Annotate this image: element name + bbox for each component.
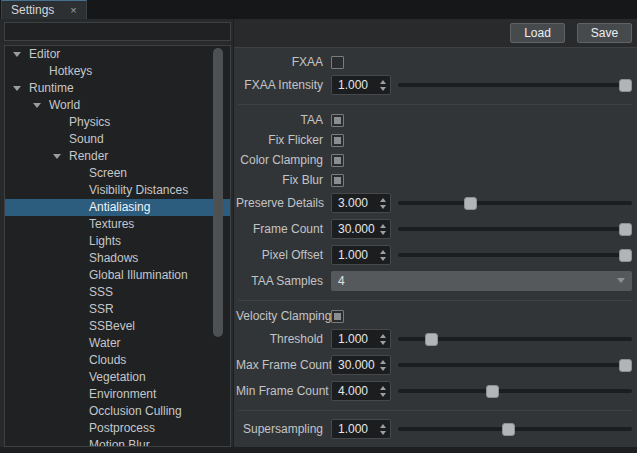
threshold-spinbox[interactable]: 1.000 <box>331 329 391 349</box>
color-clamping-checkbox[interactable] <box>331 154 344 167</box>
sidebar-item-runtime[interactable]: Runtime <box>5 80 230 97</box>
spin-up-icon[interactable] <box>380 334 386 338</box>
sidebar-item-editor[interactable]: Editor <box>5 46 230 63</box>
save-button[interactable]: Save <box>577 23 632 43</box>
slider-handle[interactable] <box>425 333 438 346</box>
fxaa-intensity-slider[interactable] <box>398 79 632 92</box>
slider-track[interactable] <box>398 201 632 205</box>
fix-flicker-checkbox[interactable] <box>331 134 344 147</box>
min-frame-count-spinbox[interactable]: 4.000 <box>331 381 391 401</box>
sidebar-item-render[interactable]: Render <box>5 148 230 165</box>
tree-item-label: Postprocess <box>89 421 155 435</box>
slider-handle[interactable] <box>502 423 515 436</box>
slider-track[interactable] <box>398 363 632 367</box>
spin-down-icon[interactable] <box>380 231 386 235</box>
sidebar-item-shadows[interactable]: Shadows <box>5 250 230 267</box>
slider-track[interactable] <box>398 427 632 431</box>
slider-track[interactable] <box>398 253 632 257</box>
slider-handle[interactable] <box>486 385 499 398</box>
chevron-down-icon[interactable] <box>13 86 21 91</box>
setting-label: Min Frame Count <box>236 384 323 398</box>
spin-up-icon[interactable] <box>380 198 386 202</box>
sidebar-item-motion-blur[interactable]: Motion Blur <box>5 437 230 447</box>
supersampling-slider[interactable] <box>398 423 632 436</box>
setting-row-threshold: Threshold1.000 <box>234 326 637 352</box>
frame-count-slider[interactable] <box>398 223 632 236</box>
spin-down-icon[interactable] <box>380 341 386 345</box>
dropdown-selected-value: 4 <box>338 274 345 288</box>
tree-item-label: Lights <box>89 234 121 248</box>
tree-scrollbar[interactable] <box>213 48 223 337</box>
slider-handle[interactable] <box>619 359 632 372</box>
spin-down-icon[interactable] <box>380 393 386 397</box>
chevron-down-icon[interactable] <box>53 154 61 159</box>
fxaa-intensity-spinbox[interactable]: 1.000 <box>331 75 391 95</box>
spin-down-icon[interactable] <box>380 87 386 91</box>
max-frame-count-slider[interactable] <box>398 359 632 372</box>
spin-down-icon[interactable] <box>380 431 386 435</box>
setting-label: Frame Count <box>236 222 323 236</box>
spin-down-icon[interactable] <box>380 205 386 209</box>
sidebar-item-lights[interactable]: Lights <box>5 233 230 250</box>
sidebar-item-vegetation[interactable]: Vegetation <box>5 369 230 386</box>
sidebar-item-world[interactable]: World <box>5 97 230 114</box>
settings-window: Settings × EditorHotkeysRuntimeWorldPhys… <box>0 0 637 453</box>
spin-up-icon[interactable] <box>380 80 386 84</box>
slider-track[interactable] <box>398 389 632 393</box>
spin-up-icon[interactable] <box>380 250 386 254</box>
load-button[interactable]: Load <box>510 23 565 43</box>
taa-samples-dropdown[interactable]: 4 <box>331 271 632 291</box>
close-icon[interactable]: × <box>70 5 76 16</box>
spin-up-icon[interactable] <box>380 424 386 428</box>
checkbox-check-mark <box>334 177 341 184</box>
sidebar-item-water[interactable]: Water <box>5 335 230 352</box>
preserve-details-spinbox[interactable]: 3.000 <box>331 193 391 213</box>
fxaa-checkbox[interactable] <box>331 56 344 69</box>
spin-down-icon[interactable] <box>380 257 386 261</box>
spin-up-icon[interactable] <box>380 224 386 228</box>
search-input[interactable] <box>4 22 231 41</box>
sidebar-item-environment[interactable]: Environment <box>5 386 230 403</box>
slider-handle[interactable] <box>619 249 632 262</box>
supersampling-spinbox[interactable]: 1.000 <box>331 419 391 439</box>
sidebar-item-postprocess[interactable]: Postprocess <box>5 420 230 437</box>
sidebar-item-sound[interactable]: Sound <box>5 131 230 148</box>
slider-track[interactable] <box>398 227 632 231</box>
chevron-down-icon[interactable] <box>13 52 21 57</box>
sidebar-item-sss[interactable]: SSS <box>5 284 230 301</box>
spin-up-icon[interactable] <box>380 386 386 390</box>
frame-count-spinbox[interactable]: 30.000 <box>331 219 391 239</box>
threshold-slider[interactable] <box>398 333 632 346</box>
preserve-details-slider[interactable] <box>398 197 632 210</box>
tree-item-label: Antialiasing <box>89 200 150 214</box>
sidebar-item-hotkeys[interactable]: Hotkeys <box>5 63 230 80</box>
slider-handle[interactable] <box>464 197 477 210</box>
pixel-offset-spinbox[interactable]: 1.000 <box>331 245 391 265</box>
min-frame-count-slider[interactable] <box>398 385 632 398</box>
slider-handle[interactable] <box>619 79 632 92</box>
pixel-offset-slider[interactable] <box>398 249 632 262</box>
max-frame-count-spinbox[interactable]: 30.000 <box>331 355 391 375</box>
velocity-clamping-checkbox[interactable] <box>331 310 344 323</box>
sidebar-item-screen[interactable]: Screen <box>5 165 230 182</box>
sidebar-item-antialiasing[interactable]: Antialiasing <box>5 199 230 216</box>
setting-row-fxaa-intensity: FXAA Intensity1.000 <box>234 72 637 98</box>
sidebar-item-global-illumination[interactable]: Global Illumination <box>5 267 230 284</box>
sidebar-item-visibility-distances[interactable]: Visibility Distances <box>5 182 230 199</box>
slider-handle[interactable] <box>619 223 632 236</box>
fix-blur-checkbox[interactable] <box>331 174 344 187</box>
setting-row-fxaa: FXAA <box>234 52 637 72</box>
spin-up-icon[interactable] <box>380 360 386 364</box>
sidebar-item-ssbevel[interactable]: SSBevel <box>5 318 230 335</box>
sidebar-item-ssr[interactable]: SSR <box>5 301 230 318</box>
sidebar-item-physics[interactable]: Physics <box>5 114 230 131</box>
spin-down-icon[interactable] <box>380 367 386 371</box>
chevron-down-icon[interactable] <box>33 103 41 108</box>
taa-checkbox[interactable] <box>331 114 344 127</box>
slider-track[interactable] <box>398 83 632 87</box>
sidebar-item-textures[interactable]: Textures <box>5 216 230 233</box>
sidebar-item-occlusion-culling[interactable]: Occlusion Culling <box>5 403 230 420</box>
group-separator <box>234 294 637 306</box>
sidebar-item-clouds[interactable]: Clouds <box>5 352 230 369</box>
tab-settings[interactable]: Settings × <box>1 0 87 19</box>
